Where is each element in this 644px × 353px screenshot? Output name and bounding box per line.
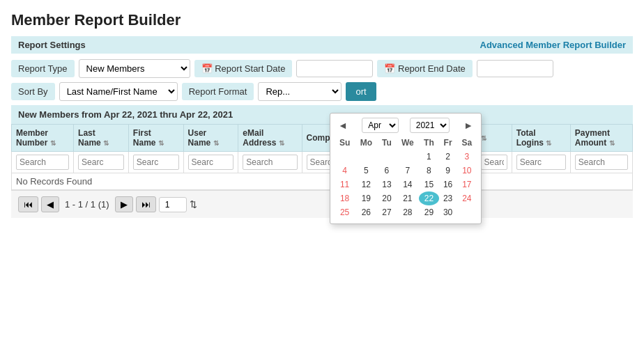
report-settings-label: Report Settings (18, 40, 86, 50)
table-search-row (12, 152, 633, 173)
sort-arrows-member-number[interactable]: ⇅ (50, 139, 56, 147)
report-type-select[interactable]: New Members Renewals Expirations All Mem… (79, 59, 190, 78)
calendar-day-27[interactable]: 27 (377, 205, 396, 219)
report-start-date-input[interactable] (296, 60, 373, 77)
advanced-member-report-builder-link[interactable]: Advanced Member Report Builder (480, 40, 627, 50)
calendar-day-14[interactable]: 14 (396, 178, 419, 191)
calendar-year-select[interactable]: 2019 2020 2021 2022 2023 (410, 118, 450, 133)
sort-arrows-last-name[interactable]: ⇅ (103, 139, 109, 147)
cal-header-su: Su (335, 136, 355, 150)
calendar-day-6[interactable]: 6 (377, 164, 396, 178)
col-member-number: MemberNumber ⇅ (12, 125, 74, 152)
calendar-grid: Su Mo Tu We Th Fr Sa 1234567891011121314… (335, 136, 477, 219)
report-format-select[interactable]: Rep... (258, 82, 342, 101)
calendar-day-20[interactable]: 20 (377, 191, 396, 205)
calendar-day-3[interactable]: 3 (457, 150, 477, 164)
calendar-day-9[interactable]: 9 (439, 164, 457, 178)
data-table-wrapper: MemberNumber ⇅ LastName ⇅ FirstName ⇅ Us… (11, 124, 633, 190)
calendar-day-4[interactable]: 4 (335, 164, 355, 178)
calendar-prev-button[interactable]: ◄ (335, 118, 351, 132)
calendar-body: 1234567891011121314151617181920212223242… (335, 150, 477, 219)
search-input-user-name[interactable] (188, 155, 234, 170)
search-cell-payment (570, 152, 632, 173)
search-input-logins[interactable] (516, 155, 566, 170)
calendar-day-25[interactable]: 25 (335, 205, 355, 219)
search-cell-member-number (12, 152, 74, 173)
run-report-button[interactable]: ort (346, 82, 376, 101)
search-input-email[interactable] (243, 155, 297, 170)
search-cell-email (238, 152, 302, 173)
calendar-popup: ◄ Jan Feb Mar Apr May Jun Jul Aug Sep Oc… (330, 113, 482, 224)
calendar-day-22[interactable]: 22 (419, 191, 438, 205)
calendar-day-12[interactable]: 12 (355, 178, 377, 191)
pagination-prev-button[interactable]: ◀ (41, 196, 59, 212)
cal-header-tu: Tu (377, 136, 396, 150)
cal-header-we: We (396, 136, 419, 150)
pagination-page-input[interactable] (159, 197, 187, 212)
col-email-address: eMailAddress ⇅ (238, 125, 302, 152)
sort-by-select[interactable]: Last Name/First Name Member Number Compa… (59, 82, 178, 101)
sort-arrows-first-name[interactable]: ⇅ (158, 139, 164, 147)
cal-header-mo: Mo (355, 136, 377, 150)
report-end-date-input[interactable] (477, 60, 553, 77)
calendar-day-empty-6 (457, 205, 477, 219)
calendar-day-15[interactable]: 15 (419, 178, 438, 191)
calendar-day-empty-1 (355, 150, 377, 164)
report-settings-bar: Report Settings Advanced Member Report B… (11, 36, 633, 54)
search-cell-first-name (128, 152, 183, 173)
report-type-label: Report Type (11, 60, 75, 77)
col-payment-amount: PaymentAmount ⇅ (570, 125, 632, 152)
results-header: New Members from Apr 22, 2021 thru Apr 2… (11, 105, 633, 124)
search-input-first-name[interactable] (133, 155, 179, 170)
sort-arrows-payment[interactable]: ⇅ (609, 139, 615, 147)
calendar-week-4: 252627282930 (335, 205, 477, 219)
calendar-day-30[interactable]: 30 (439, 205, 457, 219)
report-start-date-label: 📅 Report Start Date (194, 60, 293, 77)
calendar-day-24[interactable]: 24 (457, 191, 477, 205)
calendar-day-23[interactable]: 23 (439, 191, 457, 205)
calendar-day-17[interactable]: 17 (457, 178, 477, 191)
calendar-day-2[interactable]: 2 (439, 150, 457, 164)
calendar-day-28[interactable]: 28 (396, 205, 419, 219)
calendar-day-19[interactable]: 19 (355, 191, 377, 205)
calendar-day-empty-3 (396, 150, 419, 164)
calendar-day-1[interactable]: 1 (419, 150, 438, 164)
pagination-next-button[interactable]: ▶ (115, 196, 133, 212)
calendar-month-select[interactable]: Jan Feb Mar Apr May Jun Jul Aug Sep Oct … (362, 118, 399, 133)
cal-header-th: Th (419, 136, 438, 150)
search-input-member-number[interactable] (16, 155, 69, 170)
sort-arrows-logins[interactable]: ⇅ (546, 139, 551, 147)
sort-arrows-user-name[interactable]: ⇅ (213, 139, 219, 147)
calendar-day-21[interactable]: 21 (396, 191, 419, 205)
calendar-day-5[interactable]: 5 (355, 164, 377, 178)
search-input-payment[interactable] (575, 155, 628, 170)
calendar-day-empty-2 (377, 150, 396, 164)
report-format-label: Report Format (182, 83, 254, 100)
sort-by-label: Sort By (11, 83, 55, 100)
col-first-name: FirstName ⇅ (128, 125, 183, 152)
calendar-week-3: 18192021222324 (335, 191, 477, 205)
calendar-day-18[interactable]: 18 (335, 191, 355, 205)
search-input-extra4[interactable] (481, 155, 507, 170)
cal-header-fr: Fr (439, 136, 457, 150)
pagination-last-button[interactable]: ⏭ (136, 196, 156, 212)
calendar-day-7[interactable]: 7 (396, 164, 419, 178)
sort-arrows-email[interactable]: ⇅ (279, 139, 284, 147)
calendar-day-16[interactable]: 16 (439, 178, 457, 191)
pagination-first-button[interactable]: ⏮ (18, 196, 38, 212)
calendar-day-empty-0 (335, 150, 355, 164)
form-row-2: Sort By Last Name/First Name Member Numb… (11, 82, 633, 101)
calendar-header: ◄ Jan Feb Mar Apr May Jun Jul Aug Sep Oc… (335, 118, 477, 133)
calendar-day-10[interactable]: 10 (457, 164, 477, 178)
col-last-name: LastName ⇅ (74, 125, 129, 152)
calendar-day-8[interactable]: 8 (419, 164, 438, 178)
calendar-day-29[interactable]: 29 (419, 205, 438, 219)
col-user-name: UserName ⇅ (183, 125, 238, 152)
search-input-last-name[interactable] (78, 155, 124, 170)
calendar-day-26[interactable]: 26 (355, 205, 377, 219)
calendar-day-11[interactable]: 11 (335, 178, 355, 191)
report-end-date-label: 📅 Report End Date (377, 60, 472, 77)
calendar-icon-end: 📅 (384, 63, 395, 74)
calendar-day-13[interactable]: 13 (377, 178, 396, 191)
calendar-next-button[interactable]: ► (460, 118, 477, 132)
